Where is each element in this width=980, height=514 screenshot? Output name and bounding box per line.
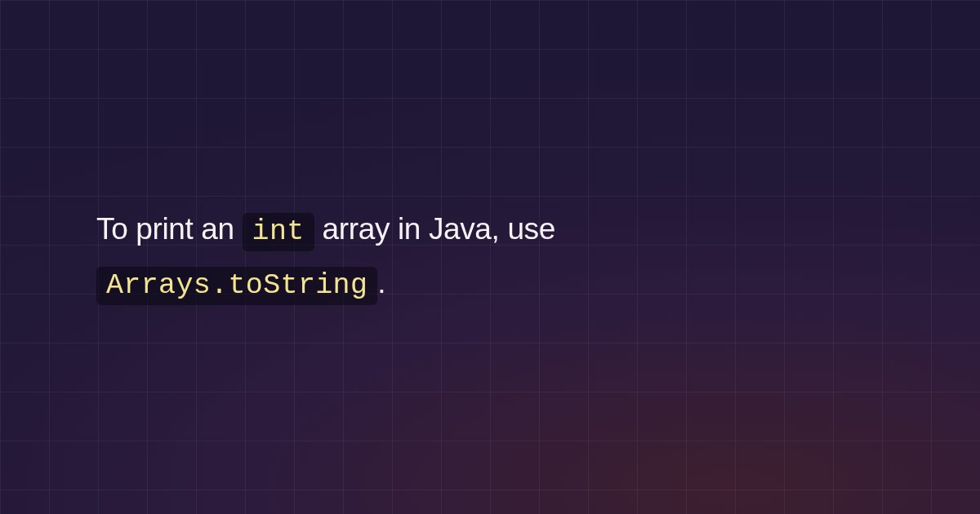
code-arrays-tostring: Arrays.toString (96, 267, 377, 305)
main-content: To print an int array in Java, use Array… (0, 203, 637, 312)
description-text: To print an int array in Java, use Array… (96, 203, 555, 312)
text-part-3: . (377, 266, 385, 299)
code-int: int (243, 213, 314, 251)
text-part-2: array in Java, use (314, 212, 555, 246)
text-part-1: To print an (96, 212, 243, 246)
